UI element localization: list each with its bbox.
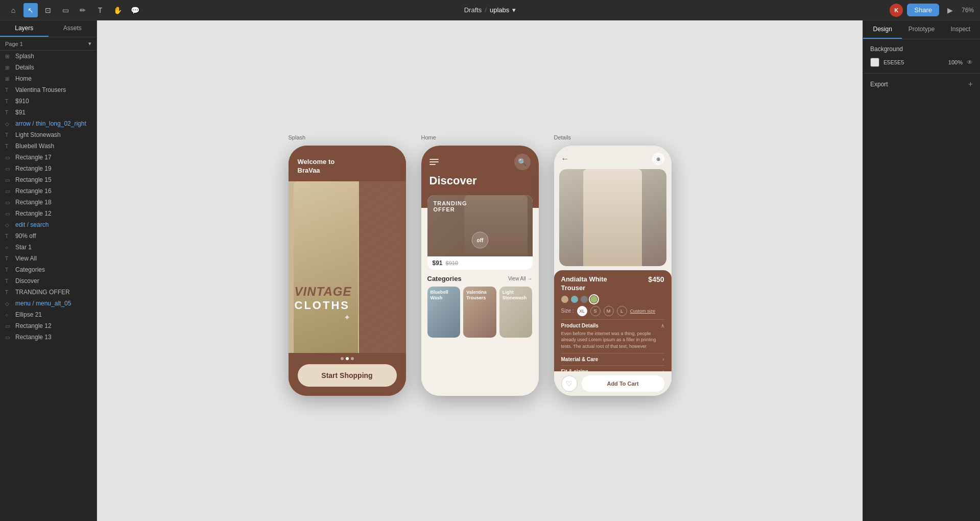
comment-tool[interactable]: 💬 xyxy=(128,3,142,17)
rect-icon: ▭ xyxy=(5,177,12,183)
accordion-product-details[interactable]: Product Details ∧ Even before the intern… xyxy=(561,319,664,353)
layer-tranding-offer[interactable]: T TRANDING OFFER xyxy=(0,287,97,298)
tab-inspect[interactable]: Inspect xyxy=(941,20,980,39)
trending-offer-card[interactable]: TRANDING OFFER off $91 xyxy=(427,195,533,270)
layer-ellipse-21[interactable]: ○ Ellipse 21 xyxy=(0,309,97,320)
product-info-panel: Andialta WhiteTrouser $450 Size xyxy=(554,270,672,371)
export-section: Export + xyxy=(863,74,980,95)
accordion-fit[interactable]: Fit & sizing › xyxy=(561,365,664,371)
layer-rect-17[interactable]: ▭ Rectangle 17 xyxy=(0,152,97,163)
text-icon: T xyxy=(5,110,12,115)
layer-label: Valentina Trousers xyxy=(15,86,66,93)
add-to-cart-button[interactable]: Add To Cart xyxy=(582,375,664,392)
layer-valentina-trousers[interactable]: T Valentina Trousers xyxy=(0,84,97,96)
back-arrow-button[interactable]: ← xyxy=(561,154,569,163)
text-icon: T xyxy=(5,290,12,295)
dropdown-icon[interactable]: ▾ xyxy=(512,6,516,14)
search-icon[interactable]: 🔍 xyxy=(514,154,531,170)
layer-categories[interactable]: T Categories xyxy=(0,264,97,275)
size-l[interactable]: L xyxy=(617,306,627,316)
frame-tool[interactable]: ⊡ xyxy=(41,3,55,17)
layer-light-stonewash[interactable]: T Light Stonewash xyxy=(0,129,97,140)
background-color-swatch[interactable] xyxy=(870,58,879,67)
layer-price-910[interactable]: T $910 xyxy=(0,96,97,107)
cursor-tool[interactable]: ↖ xyxy=(23,3,38,17)
layer-90-off[interactable]: T 90% off xyxy=(0,230,97,242)
layer-menu-component[interactable]: ◇ menu / menu_alt_05 xyxy=(0,298,97,309)
size-label: Size : xyxy=(561,308,574,314)
text-icon: T xyxy=(5,99,12,104)
page-dropdown-icon[interactable]: ▾ xyxy=(88,40,91,47)
custom-size-link[interactable]: Custom size xyxy=(630,309,656,314)
layer-view-all[interactable]: T View All xyxy=(0,253,97,264)
detail-nav-button[interactable]: ⊕ xyxy=(652,153,664,165)
share-button[interactable]: Share xyxy=(907,4,939,16)
layer-rect-13[interactable]: ▭ Rectangle 13 xyxy=(0,331,97,343)
category-valentina[interactable]: ValentinaTrousers xyxy=(463,287,496,338)
menu-icon[interactable] xyxy=(429,159,439,165)
export-add-button[interactable]: + xyxy=(968,80,973,89)
size-m[interactable]: M xyxy=(604,306,614,316)
layer-details[interactable]: ⊞ Details xyxy=(0,62,97,73)
swatch-tan[interactable] xyxy=(561,296,568,303)
layer-label: $910 xyxy=(15,98,29,105)
layer-bluebell-wash[interactable]: T Bluebell Wash xyxy=(0,140,97,152)
layer-rect-12a[interactable]: ▭ Rectangle 12 xyxy=(0,208,97,219)
category-stonewash[interactable]: LightStonewash xyxy=(499,287,533,338)
dot-2 xyxy=(346,357,349,360)
size-xl[interactable]: XL xyxy=(577,306,587,316)
category-bluebell[interactable]: BluebellWash xyxy=(427,287,461,338)
text-tool[interactable]: T xyxy=(93,3,107,17)
dot-3 xyxy=(351,357,354,360)
layer-arrow-component[interactable]: ◇ arrow / thin_long_02_right xyxy=(0,118,97,129)
text-icon: T xyxy=(5,278,12,284)
layer-rect-18[interactable]: ▭ Rectangle 18 xyxy=(0,197,97,208)
pen-tool[interactable]: ✏ xyxy=(76,3,90,17)
background-hex[interactable]: E5E5E5 xyxy=(883,59,944,65)
layer-home[interactable]: ⊞ Home xyxy=(0,73,97,84)
play-button[interactable]: ▶ xyxy=(943,3,958,17)
layer-edit-search[interactable]: ◇ edit / search xyxy=(0,219,97,230)
swatch-green[interactable] xyxy=(590,296,597,303)
layer-rect-15[interactable]: ▭ Rectangle 15 xyxy=(0,174,97,185)
breadcrumb-draft[interactable]: Drafts xyxy=(464,6,482,14)
visibility-icon[interactable]: 👁 xyxy=(967,59,973,66)
size-s[interactable]: S xyxy=(590,306,601,316)
layer-rect-19[interactable]: ▭ Rectangle 19 xyxy=(0,163,97,174)
layer-discover[interactable]: T Discover xyxy=(0,275,97,287)
layer-label: 90% off xyxy=(15,232,36,240)
page-selector[interactable]: Page 1 ▾ xyxy=(0,37,97,51)
layer-star-1[interactable]: ○ Star 1 xyxy=(0,242,97,253)
tab-prototype[interactable]: Prototype xyxy=(902,20,941,39)
layer-label: View All xyxy=(15,255,37,262)
wishlist-button[interactable]: ♡ xyxy=(561,375,578,392)
right-panel: Design Prototype Inspect Background E5E5… xyxy=(863,20,980,521)
start-shopping-button[interactable]: Start Shopping xyxy=(298,364,397,387)
home-button[interactable]: ⌂ xyxy=(6,3,20,17)
price-old: $910 xyxy=(446,260,458,266)
layer-rect-12b[interactable]: ▭ Rectangle 12 xyxy=(0,320,97,331)
layer-label: Rectangle 15 xyxy=(15,176,52,183)
background-label: Background xyxy=(870,45,973,53)
tab-layers[interactable]: Layers xyxy=(0,20,49,37)
shape-tool[interactable]: ▭ xyxy=(58,3,73,17)
accordion-material[interactable]: Material & Care › xyxy=(561,353,664,365)
swatch-blue[interactable] xyxy=(571,296,578,303)
offer-text: TRANDING OFFER xyxy=(434,200,467,212)
text-icon: T xyxy=(5,256,12,262)
offer-image: TRANDING OFFER off xyxy=(427,195,533,256)
background-section: Background E5E5E5 100% 👁 xyxy=(863,39,980,74)
view-all-button[interactable]: View All → xyxy=(508,276,533,281)
layer-price-91[interactable]: T $91 xyxy=(0,107,97,118)
model-figure xyxy=(583,169,642,266)
layer-rect-16[interactable]: ▭ Rectangle 16 xyxy=(0,185,97,197)
text-icon: T xyxy=(5,132,12,138)
hand-tool[interactable]: ✋ xyxy=(110,3,125,17)
swatch-gray[interactable] xyxy=(581,296,588,303)
tab-design[interactable]: Design xyxy=(863,20,902,39)
breadcrumb-project[interactable]: uplabs xyxy=(490,6,509,14)
product-image-area xyxy=(559,169,666,266)
details-screen-label: Details xyxy=(554,134,571,140)
tab-assets[interactable]: Assets xyxy=(49,20,97,37)
layer-splash[interactable]: ⊞ Splash xyxy=(0,51,97,62)
